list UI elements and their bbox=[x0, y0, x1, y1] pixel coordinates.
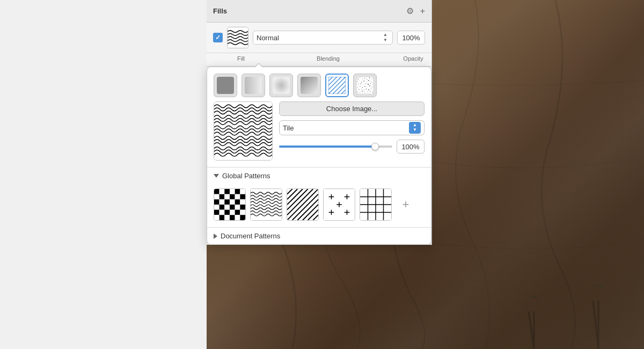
fill-dropdown-panel: Choose Image... Tile ▲ ▼ 100% bbox=[207, 67, 431, 245]
scale-slider-thumb[interactable] bbox=[371, 143, 379, 150]
svg-rect-20 bbox=[371, 78, 372, 79]
svg-rect-58 bbox=[219, 189, 225, 194]
svg-rect-66 bbox=[230, 194, 235, 200]
svg-rect-90 bbox=[230, 215, 235, 220]
svg-rect-14 bbox=[357, 78, 358, 79]
fills-header: Fills ⚙ + bbox=[207, 0, 431, 23]
svg-rect-34 bbox=[372, 84, 373, 84]
add-pattern-button[interactable]: + bbox=[396, 195, 415, 214]
svg-rect-18 bbox=[367, 79, 368, 80]
svg-rect-89 bbox=[224, 215, 230, 220]
pattern-crosshair[interactable] bbox=[323, 188, 355, 221]
svg-rect-1 bbox=[217, 77, 234, 94]
fill-type-gradient-linear[interactable] bbox=[241, 74, 265, 97]
svg-rect-53 bbox=[370, 91, 370, 92]
blending-label: Blending bbox=[259, 55, 397, 62]
svg-rect-57 bbox=[214, 189, 219, 194]
svg-rect-17 bbox=[364, 78, 365, 79]
svg-rect-46 bbox=[368, 89, 369, 90]
pattern-image-preview[interactable] bbox=[214, 101, 273, 161]
choose-image-button[interactable]: Choose Image... bbox=[279, 101, 425, 116]
pattern-grid[interactable] bbox=[360, 188, 392, 221]
fills-panel: Fills ⚙ + Normal ▲ ▼ bbox=[207, 0, 432, 245]
blending-value: Normal bbox=[257, 34, 279, 42]
triangle-right-icon bbox=[214, 234, 217, 239]
svg-rect-74 bbox=[240, 199, 245, 205]
pattern-checkerboard[interactable] bbox=[214, 188, 246, 221]
opacity-input[interactable]: 100% bbox=[397, 31, 425, 45]
fill-type-gradient-angle[interactable] bbox=[297, 74, 321, 97]
svg-rect-24 bbox=[363, 81, 364, 82]
add-icon[interactable]: + bbox=[420, 6, 425, 16]
scale-slider-track[interactable] bbox=[279, 146, 392, 148]
svg-rect-85 bbox=[235, 210, 240, 215]
blending-stepper[interactable]: ▲ ▼ bbox=[382, 32, 389, 42]
svg-rect-40 bbox=[369, 85, 370, 86]
svg-rect-67 bbox=[235, 194, 240, 200]
opacity-label: Opacity bbox=[397, 55, 429, 62]
svg-rect-77 bbox=[224, 205, 230, 210]
svg-rect-49 bbox=[360, 92, 360, 92]
svg-rect-59 bbox=[224, 189, 230, 194]
svg-rect-71 bbox=[224, 199, 230, 205]
svg-rect-75 bbox=[214, 205, 219, 210]
svg-rect-4 bbox=[301, 77, 318, 94]
svg-rect-26 bbox=[368, 80, 369, 81]
fill-type-solid[interactable] bbox=[214, 74, 237, 97]
document-patterns-label: Document Patterns bbox=[221, 232, 280, 240]
svg-rect-83 bbox=[224, 210, 230, 215]
global-patterns-grid: + bbox=[207, 184, 431, 227]
triangle-down-icon bbox=[214, 174, 219, 178]
fill-enabled-checkbox[interactable] bbox=[213, 33, 223, 42]
pattern-diagonal[interactable] bbox=[287, 188, 319, 221]
blending-select[interactable]: Normal ▲ ▼ bbox=[253, 31, 393, 45]
svg-rect-70 bbox=[219, 199, 225, 205]
document-patterns-header[interactable]: Document Patterns bbox=[207, 228, 431, 244]
opacity-value: 100% bbox=[402, 34, 420, 42]
svg-rect-25 bbox=[366, 81, 367, 82]
svg-rect-92 bbox=[240, 215, 245, 220]
fill-type-gradient-radial[interactable] bbox=[269, 74, 293, 97]
gear-icon[interactable]: ⚙ bbox=[406, 6, 414, 16]
svg-rect-28 bbox=[358, 84, 359, 84]
scale-slider-value[interactable]: 100% bbox=[397, 140, 425, 154]
image-section: Choose Image... Tile ▲ ▼ 100% bbox=[207, 101, 431, 167]
svg-rect-42 bbox=[358, 89, 360, 90]
svg-rect-16 bbox=[362, 79, 363, 79]
global-patterns-header[interactable]: Global Patterns bbox=[207, 168, 431, 184]
svg-rect-23 bbox=[361, 82, 362, 83]
fill-pattern-preview[interactable] bbox=[227, 27, 248, 48]
svg-rect-62 bbox=[240, 189, 245, 194]
svg-rect-31 bbox=[365, 83, 366, 84]
left-panel bbox=[0, 0, 207, 349]
fill-type-pattern[interactable] bbox=[325, 74, 349, 97]
svg-rect-47 bbox=[371, 88, 371, 89]
pattern-wave[interactable] bbox=[250, 188, 282, 221]
svg-rect-72 bbox=[230, 199, 235, 205]
svg-rect-91 bbox=[235, 215, 240, 220]
svg-rect-76 bbox=[219, 205, 225, 210]
svg-rect-33 bbox=[370, 83, 371, 84]
svg-rect-82 bbox=[219, 210, 225, 215]
fill-label: Fill bbox=[223, 55, 259, 62]
svg-rect-73 bbox=[235, 199, 240, 205]
fills-header-icons: ⚙ + bbox=[406, 6, 425, 16]
svg-rect-19 bbox=[369, 77, 370, 78]
svg-rect-87 bbox=[214, 215, 219, 220]
svg-rect-64 bbox=[219, 194, 225, 200]
svg-rect-63 bbox=[214, 194, 219, 200]
tile-select[interactable]: Tile ▲ ▼ bbox=[279, 120, 425, 135]
fills-title: Fills bbox=[213, 7, 227, 15]
svg-rect-36 bbox=[360, 86, 361, 86]
sub-labels-row: Fill Blending Opacity bbox=[207, 53, 431, 67]
svg-rect-22 bbox=[359, 81, 360, 81]
svg-rect-3 bbox=[273, 77, 290, 94]
svg-rect-60 bbox=[230, 189, 235, 194]
dropdown-arrow bbox=[254, 63, 263, 67]
tile-select-arrows[interactable]: ▲ ▼ bbox=[409, 122, 421, 134]
global-patterns-label: Global Patterns bbox=[222, 172, 270, 180]
svg-rect-21 bbox=[357, 81, 357, 82]
fill-type-noise[interactable] bbox=[353, 74, 377, 97]
svg-rect-37 bbox=[362, 87, 363, 88]
svg-rect-41 bbox=[372, 86, 372, 88]
